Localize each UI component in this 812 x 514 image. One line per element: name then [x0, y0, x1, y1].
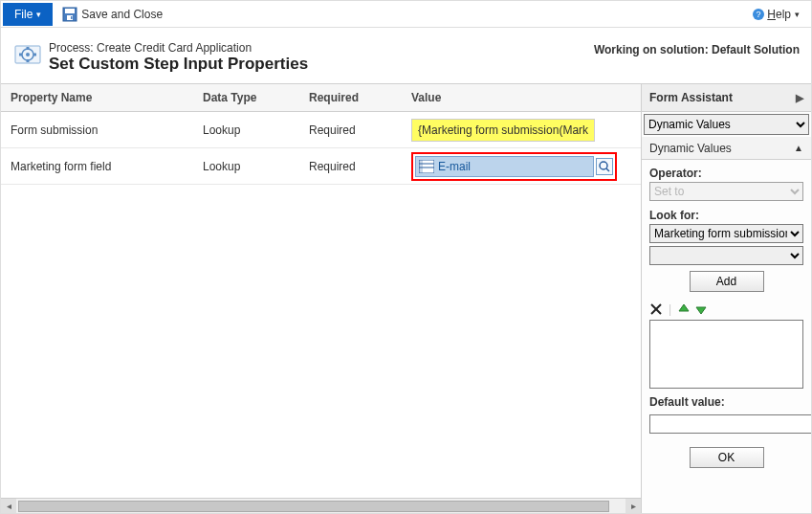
- cell-name: Form submission: [1, 123, 203, 137]
- cell-required: Required: [309, 160, 411, 173]
- svg-rect-1: [65, 9, 75, 13]
- svg-marker-22: [679, 304, 689, 311]
- svg-rect-9: [27, 47, 30, 50]
- table-row[interactable]: Marketing form field Lookup Required E-m…: [1, 148, 641, 185]
- scroll-right-arrow[interactable]: ▸: [625, 499, 641, 514]
- dynamic-values-list[interactable]: [649, 320, 803, 389]
- svg-rect-17: [597, 158, 613, 174]
- table-header: Property Name Data Type Required Value: [1, 83, 641, 112]
- help-label-rest: elp: [776, 8, 791, 21]
- list-toolbar: |: [642, 298, 811, 320]
- operator-select[interactable]: Set to: [649, 182, 803, 201]
- col-header-name: Property Name: [1, 91, 203, 104]
- cell-type: Lookup: [203, 123, 309, 137]
- svg-point-8: [26, 53, 30, 56]
- svg-rect-11: [19, 54, 22, 56]
- scroll-thumb[interactable]: [18, 501, 609, 512]
- file-menu[interactable]: File ▾: [3, 3, 53, 26]
- move-up-icon[interactable]: [677, 302, 691, 316]
- delete-icon[interactable]: [649, 302, 663, 316]
- cell-required: Required: [309, 123, 411, 137]
- form-assistant-header: Form Assistant ▶: [642, 83, 811, 112]
- table-row[interactable]: Form submission Lookup Required {Marketi…: [1, 112, 641, 148]
- save-and-close-button[interactable]: Save and Close: [55, 7, 170, 22]
- svg-marker-23: [696, 307, 706, 314]
- properties-table: Property Name Data Type Required Value F…: [1, 83, 641, 513]
- lookfor-entity-select[interactable]: Marketing form submission: [649, 224, 803, 243]
- chevron-down-icon: ▾: [795, 10, 800, 19]
- lookfor-label: Look for:: [649, 209, 803, 222]
- help-icon: ?: [752, 8, 765, 21]
- default-value-input[interactable]: [649, 414, 812, 434]
- form-assistant-panel: Form Assistant ▶ Dynamic Values Dynamic …: [641, 83, 811, 513]
- lookup-value-text: E-mail: [438, 160, 471, 173]
- process-icon: [14, 41, 41, 68]
- cell-name: Marketing form field: [1, 160, 203, 173]
- col-header-value: Value: [411, 91, 641, 104]
- lookup-record-icon: [419, 160, 434, 173]
- lookfor-attribute-select[interactable]: [649, 246, 803, 265]
- file-label: File: [14, 8, 33, 21]
- value-expression[interactable]: {Marketing form submission(Mark: [411, 119, 595, 142]
- default-value-label: Default value:: [649, 395, 803, 409]
- ok-button[interactable]: OK: [690, 447, 764, 468]
- solution-label: Working on solution: Default Solution: [594, 43, 800, 56]
- move-down-icon[interactable]: [694, 302, 708, 316]
- horizontal-scrollbar[interactable]: ◂ ▸: [1, 498, 641, 513]
- svg-text:?: ?: [757, 10, 761, 19]
- col-header-type: Data Type: [203, 91, 309, 104]
- page-header: Process: Create Credit Card Application …: [1, 28, 811, 83]
- scroll-left-arrow[interactable]: ◂: [1, 499, 16, 514]
- assistant-mode-select[interactable]: Dynamic Values: [644, 114, 809, 135]
- form-assistant-title: Form Assistant: [649, 91, 733, 104]
- top-toolbar: File ▾ Save and Close ? Help ▾: [1, 1, 811, 28]
- save-icon: [62, 7, 77, 22]
- help-link[interactable]: ? Help ▾: [746, 8, 811, 21]
- subheader-label: Dynamic Values: [649, 142, 732, 155]
- chevron-right-icon[interactable]: ▶: [796, 92, 803, 104]
- cell-type: Lookup: [203, 160, 309, 173]
- value-lookup-highlight: E-mail: [411, 152, 617, 181]
- svg-rect-10: [27, 59, 30, 62]
- lookup-search-icon[interactable]: [596, 158, 613, 175]
- add-button[interactable]: Add: [690, 271, 764, 292]
- process-breadcrumb: Process: Create Credit Card Application: [49, 41, 308, 55]
- operator-label: Operator:: [649, 167, 803, 180]
- collapse-icon: ▲: [794, 143, 803, 153]
- svg-rect-3: [71, 16, 73, 19]
- page-title: Set Custom Step Input Properties: [49, 55, 308, 74]
- dynamic-values-subheader[interactable]: Dynamic Values ▲: [642, 137, 811, 160]
- value-lookup-field[interactable]: E-mail: [415, 156, 594, 177]
- save-close-label: Save and Close: [81, 8, 163, 21]
- svg-rect-16: [419, 160, 423, 173]
- col-header-required: Required: [309, 91, 411, 104]
- svg-rect-12: [33, 54, 36, 56]
